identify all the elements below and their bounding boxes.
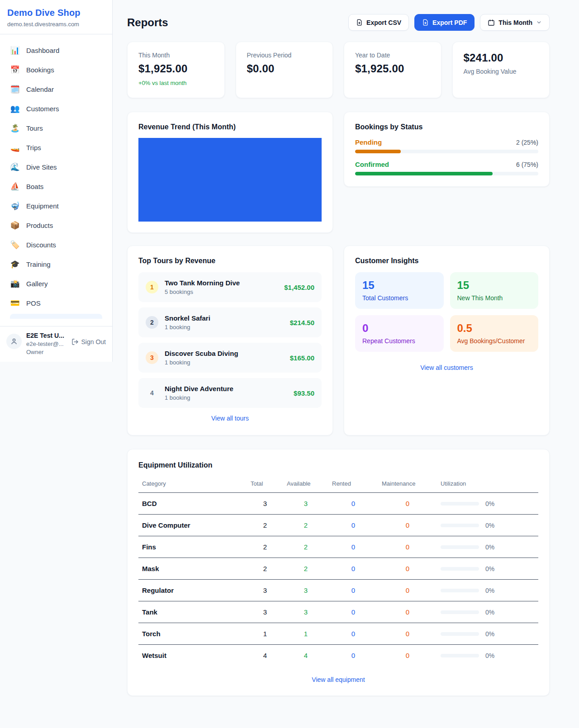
calendar-icon: [488, 19, 495, 26]
utilization-bar: [441, 589, 479, 592]
rank-badge: 3: [146, 351, 158, 364]
charts-row: Revenue Trend (This Month) Bookings by S…: [127, 112, 550, 233]
credit-card-icon: 💳: [10, 299, 20, 307]
utilization-bar: [441, 502, 479, 506]
table-row: Dive Computer 2 2 0 0 0%: [138, 515, 538, 536]
tag-icon: 🏷️: [10, 241, 20, 249]
table-row: Mask 2 2 0 0 0%: [138, 558, 538, 580]
tour-list: 1 Two Tank Morning Dive 5 bookings $1,45…: [138, 272, 322, 408]
tour-row: 1 Two Tank Morning Dive 5 bookings $1,45…: [138, 272, 322, 302]
sidebar-item-training[interactable]: 🎓 Training: [5, 255, 107, 274]
bookings-by-status-card: Bookings by Status Pending 2 (25%) Confi…: [344, 112, 550, 187]
insight-repeat-customers: 0 Repeat Customers: [355, 315, 444, 352]
calendar-icon: 🗓️: [10, 85, 20, 93]
wave-icon: 🌊: [10, 163, 20, 171]
insight-total-customers: 15 Total Customers: [355, 272, 444, 309]
table-row: Regulator 3 3 0 0 0%: [138, 580, 538, 601]
dashboard-icon: 📊: [10, 47, 20, 54]
sidebar-item-customers[interactable]: 👥 Customers: [5, 99, 107, 118]
insight-new-this-month: 15 New This Month: [450, 272, 539, 309]
sidebar-item-reports-partial[interactable]: [10, 314, 102, 319]
revenue-trend-chart: [138, 138, 322, 222]
sidebar-item-dive-sites[interactable]: 🌊 Dive Sites: [5, 157, 107, 177]
insight-grid: 15 Total Customers 15 New This Month 0 R…: [355, 272, 538, 352]
equipment-table-header: Category Total Available Rented Maintena…: [138, 476, 538, 493]
sidebar-item-trips[interactable]: 🚤 Trips: [5, 138, 107, 157]
utilization-bar: [441, 545, 479, 549]
table-row: Fins 2 2 0 0 0%: [138, 536, 538, 558]
revenue-trend-title: Revenue Trend (This Month): [138, 123, 322, 131]
sign-out-button[interactable]: Sign Out: [71, 338, 106, 345]
person-icon: [10, 337, 18, 345]
sailboat-icon: ⛵: [10, 183, 20, 190]
export-csv-button[interactable]: Export CSV: [348, 14, 409, 31]
view-all-equipment-link[interactable]: View all equipment: [312, 676, 365, 683]
period-dropdown[interactable]: This Month: [480, 14, 550, 31]
stat-card-previous-period: Previous Period $0.00: [236, 42, 333, 98]
stat-card-year-to-date: Year to Date $1,925.00: [344, 42, 441, 98]
sidebar-item-pos[interactable]: 💳 POS: [5, 293, 107, 313]
sidebar-nav: 📊 Dashboard 📅 Bookings 🗓️ Calendar 👥 Cus…: [0, 34, 112, 326]
header-actions: Export CSV Export PDF This Month: [348, 14, 550, 31]
customer-insights-card: Customer Insights 15 Total Customers 15 …: [344, 246, 550, 435]
top-tours-title: Top Tours by Revenue: [138, 257, 322, 265]
export-pdf-button[interactable]: Export PDF: [414, 14, 475, 31]
sidebar-item-tours[interactable]: 🏝️ Tours: [5, 118, 107, 138]
insights-row: Top Tours by Revenue 1 Two Tank Morning …: [127, 246, 550, 435]
bookings-calendar-icon: 📅: [10, 66, 20, 74]
rank-badge: 2: [146, 316, 158, 329]
trips-boat-icon: 🚤: [10, 144, 20, 151]
file-download-icon: [356, 19, 363, 26]
sidebar-item-discounts[interactable]: 🏷️ Discounts: [5, 235, 107, 255]
sidebar-item-bookings[interactable]: 📅 Bookings: [5, 60, 107, 80]
utilization-bar: [441, 610, 479, 614]
rank-badge: 1: [146, 281, 158, 293]
chevron-down-icon: [536, 19, 542, 25]
sidebar-item-calendar[interactable]: 🗓️ Calendar: [5, 80, 107, 99]
equipment-utilization-title: Equipment Utilization: [138, 461, 538, 469]
utilization-bar: [441, 567, 479, 571]
avatar: [6, 334, 22, 349]
sidebar-item-dashboard[interactable]: 📊 Dashboard: [5, 41, 107, 60]
sidebar-item-products[interactable]: 📦 Products: [5, 216, 107, 235]
page-header: Reports Export CSV Export PDF This Month: [127, 14, 550, 31]
rank-badge: 4: [146, 387, 158, 399]
sidebar-header: Demo Dive Shop demo.test.divestreams.com: [0, 0, 112, 34]
sidebar-item-equipment[interactable]: 🤿 Equipment: [5, 196, 107, 216]
pending-progress-fill: [355, 150, 401, 153]
package-icon: 📦: [10, 222, 20, 229]
revenue-trend-card: Revenue Trend (This Month): [127, 112, 333, 233]
tour-row: 3 Discover Scuba Diving 1 booking $165.0…: [138, 343, 322, 373]
table-row: Tank 3 3 0 0 0%: [138, 601, 538, 623]
diving-mask-icon: 🤿: [10, 202, 20, 210]
main-content: Reports Export CSV Export PDF This Month: [113, 0, 579, 714]
bookings-by-status-title: Bookings by Status: [355, 123, 538, 131]
stat-delta: +0% vs last month: [138, 80, 214, 86]
stat-card-this-month: This Month $1,925.00 +0% vs last month: [127, 42, 225, 98]
confirmed-label: Confirmed: [355, 161, 389, 168]
page-title: Reports: [127, 16, 168, 29]
sidebar-item-gallery[interactable]: 📸 Gallery: [5, 274, 107, 293]
pending-count: 2 (25%): [516, 139, 538, 146]
camera-icon: 📸: [10, 280, 20, 288]
table-row: Torch 1 1 0 0 0%: [138, 623, 538, 645]
tour-row: 2 Snorkel Safari 1 booking $214.50: [138, 307, 322, 337]
stat-card-avg-booking-value: $241.00 Avg Booking Value: [452, 42, 550, 98]
equipment-table: Category Total Available Rented Maintena…: [138, 476, 538, 667]
insight-avg-bookings: 0.5 Avg Bookings/Customer: [450, 315, 539, 352]
user-role: Owner: [26, 349, 67, 355]
customers-icon: 👥: [10, 105, 20, 113]
top-tours-card: Top Tours by Revenue 1 Two Tank Morning …: [127, 246, 333, 435]
view-all-tours-link[interactable]: View all tours: [211, 415, 249, 422]
stats-row: This Month $1,925.00 +0% vs last month P…: [127, 42, 550, 98]
tour-row: 4 Night Dive Adventure 1 booking $93.50: [138, 378, 322, 408]
tours-island-icon: 🏝️: [10, 124, 20, 132]
utilization-bar: [441, 524, 479, 527]
user-meta: E2E Test U... e2e-tester@... Owner: [26, 332, 67, 355]
user-email: e2e-tester@...: [26, 340, 67, 347]
view-all-customers-link[interactable]: View all customers: [420, 364, 473, 371]
equipment-utilization-card: Equipment Utilization Category Total Ava…: [127, 449, 550, 696]
sidebar-item-boats[interactable]: ⛵ Boats: [5, 177, 107, 196]
shop-domain: demo.test.divestreams.com: [7, 21, 105, 28]
confirmed-progress-track: [355, 172, 538, 175]
